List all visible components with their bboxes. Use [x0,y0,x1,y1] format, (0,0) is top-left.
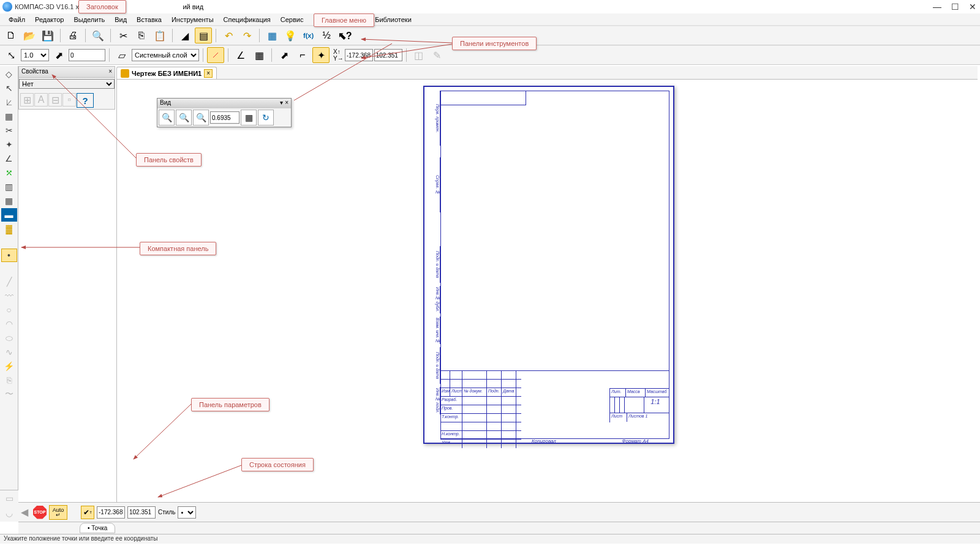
ucs-icon[interactable]: ⬈ [276,47,293,63]
cp-bezier-icon[interactable]: 〰 [1,289,17,302]
props-tool3-icon[interactable]: ⊟ [48,93,62,107]
vcheck-button[interactable]: ✔т [81,506,94,519]
whatsthis-icon[interactable]: ⬉? [336,28,353,43]
point-tab[interactable]: • Точка [80,523,115,533]
cp-spline-icon[interactable]: ∿ [1,345,17,359]
cp-sheet-icon[interactable]: ▬ [1,208,17,222]
ortho-icon[interactable]: ⌐ [294,47,311,63]
cp-measure-icon[interactable]: ∠ [1,152,17,165]
cp-bolt-icon[interactable]: ⚡ [1,359,17,373]
tool-a-icon[interactable]: ◫ [410,47,428,63]
props-tool1-icon[interactable]: ⊞ [20,93,34,107]
view-floating-panel[interactable]: Вид ▾ × 🔍 🔍 🔍 ▦ ↻ [157,98,292,127]
print-icon[interactable]: 🖨 [64,28,81,43]
maximize-button[interactable]: ☐ [951,2,959,12]
zoom-fit-icon[interactable]: 🔍 [193,110,209,126]
cp-more-icon[interactable]: ▓ [1,222,17,236]
titlebar: КОМПАС-3D V16.1 x64 - Ч ий вид — ☐ ✕ [0,0,980,13]
copy-icon[interactable]: ⎘ [133,28,150,43]
param-y-input[interactable] [127,506,156,519]
cp-dimension-icon[interactable]: ⟀ [1,96,17,109]
bl-rect-icon[interactable]: ▭ [1,492,17,505]
bulb-icon[interactable]: 💡 [282,28,299,43]
canvas[interactable]: Вид ▾ × 🔍 🔍 🔍 ▦ ↻ Перв. примен. Справ. №… [116,80,978,502]
view-grid-icon[interactable]: ▦ [241,110,257,126]
scale-icon[interactable]: ⤡ [2,47,20,63]
cp-copy-icon[interactable]: ⎘ [1,373,17,387]
properties-icon[interactable]: ▤ [195,28,212,43]
cp-circle-icon[interactable]: ○ [1,303,17,317]
menu-libs[interactable]: Библиотеки [370,15,417,24]
vars-icon[interactable]: ½ [318,28,335,43]
cp-line-icon[interactable]: ╱ [1,275,17,288]
snap2-icon[interactable]: ✦ [312,47,330,63]
coord-input[interactable] [69,49,105,61]
menu-editor[interactable]: Редактор [30,15,69,24]
cp-text-icon[interactable]: ▦ [1,110,17,123]
menu-file[interactable]: Файл [4,15,30,24]
cp-geometry-icon[interactable]: ◇ [1,67,17,81]
snap-icon[interactable]: ⟋ [207,47,224,63]
doc-tab-label: Чертеж БЕЗ ИМЕНИ1 [132,70,202,77]
view-refresh-icon[interactable]: ↻ [258,110,274,126]
cp-point-icon[interactable]: • [1,249,17,262]
menu-select[interactable]: Выделить [69,15,110,24]
bl-arc-icon[interactable]: ◡ [1,506,17,520]
point-tabbar: • Точка [18,522,980,534]
eraser-icon[interactable]: ◢ [176,28,194,43]
grid-icon[interactable]: ▦ [251,47,268,63]
layer-select[interactable]: Системный слой (0) [132,49,199,61]
zoom-in-icon[interactable]: 🔍 [159,110,175,126]
x-input[interactable] [345,49,373,61]
menu-service[interactable]: Сервис [276,15,309,24]
cp-select-icon[interactable]: ⤱ [1,166,17,179]
props-close-icon[interactable]: × [108,68,112,76]
menu-spec[interactable]: Спецификация [219,15,276,24]
close-button[interactable]: ✕ [969,2,976,12]
cp-arrow-icon[interactable]: ↖ [1,81,17,95]
param-x-input[interactable] [97,506,125,519]
zoom-out-icon[interactable]: 🔍 [176,110,192,126]
layers-icon[interactable]: ▱ [113,47,130,63]
paste-icon[interactable]: 📋 [151,28,168,43]
stop-button[interactable]: STOP [33,506,47,519]
props-select[interactable]: Нет [19,79,115,89]
view-close-icon[interactable]: ▾ × [280,99,288,108]
props-tool4-icon[interactable]: ▫ [62,93,76,107]
menu-insert[interactable]: Вставка [132,15,167,24]
title-suffix: ий вид [183,3,203,10]
minimize-button[interactable]: — [933,2,941,12]
open-icon[interactable]: 📂 [21,28,38,43]
style-select[interactable]: • [178,506,196,519]
angle-icon[interactable]: ∠ [232,47,249,63]
view-title: Вид [160,99,171,108]
tool-b-icon[interactable]: ✎ [429,47,446,63]
doc-tab-close-icon[interactable]: × [204,69,213,78]
new-icon[interactable]: 🗋 [2,28,20,43]
cp-edit-icon[interactable]: ✂ [1,124,17,137]
cp-arc-icon[interactable]: ◠ [1,317,17,331]
preview-icon[interactable]: 🔍 [89,28,107,43]
cp-ellipse-icon[interactable]: ⬭ [1,331,17,345]
cp-table-icon[interactable]: ▦ [1,194,17,208]
fx-icon[interactable]: f(x) [300,28,317,43]
cp-param-icon[interactable]: ✦ [1,138,17,151]
undo-icon[interactable]: ↶ [220,28,237,43]
cp-spec-icon[interactable]: ▥ [1,180,17,193]
menu-tools[interactable]: Инструменты [167,15,219,24]
coord-icon[interactable]: ⬈ [50,47,67,63]
zoom-input[interactable] [210,111,239,124]
scale-select[interactable]: 1.0 [21,49,49,61]
cp-chain-icon[interactable]: 〜 [1,388,17,401]
auto-button[interactable]: Auto↵ [49,505,67,520]
props-tool2-icon[interactable]: A [34,93,48,107]
cut-icon[interactable]: ✂ [115,28,132,43]
menu-view[interactable]: Вид [110,15,132,24]
doc-tab-1[interactable]: Чертеж БЕЗ ИМЕНИ1 × [116,67,217,79]
prev-icon[interactable]: ◀ [21,506,31,518]
spec-icon[interactable]: ▦ [263,28,281,43]
y-input[interactable] [374,49,402,61]
save-icon[interactable]: 💾 [39,28,56,43]
redo-icon[interactable]: ↷ [238,28,255,43]
props-help-icon[interactable]: ? [77,93,94,108]
